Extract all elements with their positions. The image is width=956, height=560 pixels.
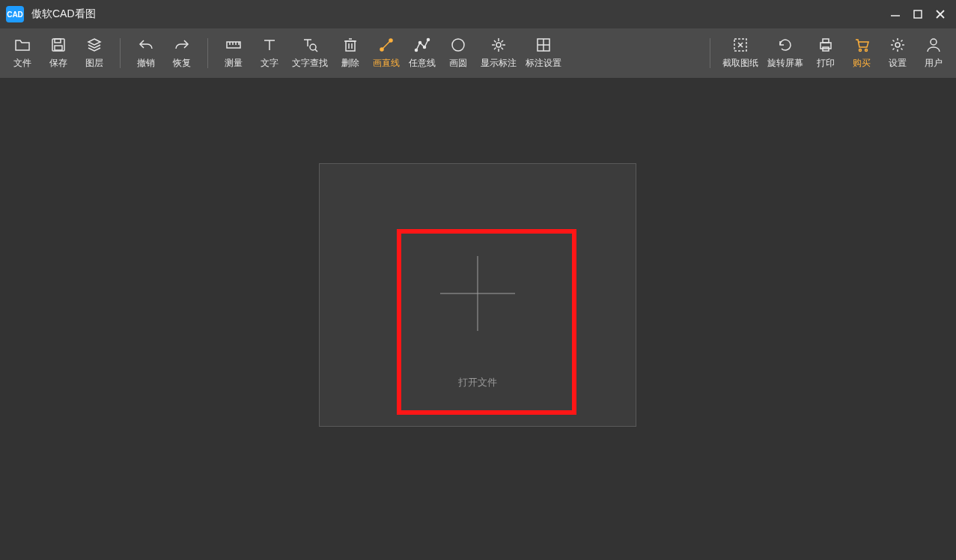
svg-rect-1 [914,10,922,18]
svg-point-29 [427,39,430,41]
tool-label: 删除 [341,57,359,70]
svg-point-28 [424,46,426,49]
gear-icon [889,37,906,53]
user-button[interactable]: 用户 [916,37,952,70]
tool-label: 用户 [925,57,943,70]
save-button[interactable]: 保存 [40,37,76,70]
svg-point-30 [452,39,464,51]
tool-label: 画直线 [373,57,400,70]
tool-label: 测量 [225,57,243,70]
toolbar: 文件保存图层撤销恢复测量文字文字查找删除画直线任意线画圆显示标注标注设置截取图纸… [0,28,956,78]
tool-group: 文件保存图层 [4,37,112,70]
maximize-button[interactable] [911,7,925,21]
layers-icon [86,37,103,53]
print-button[interactable]: 打印 [808,37,844,70]
rotate-button[interactable]: 旋转屏幕 [763,37,808,70]
findtext-icon [302,37,318,53]
svg-rect-45 [823,39,829,43]
save-icon [50,37,67,53]
line-icon [378,37,395,53]
user-icon [925,37,942,53]
app-title: 傲软CAD看图 [31,7,96,21]
tool-group: 测量文字文字查找删除画直线任意线画圆显示标注标注设置 [200,37,566,70]
svg-rect-18 [346,41,355,51]
tool-label: 旋转屏幕 [767,57,803,70]
redo-button[interactable]: 恢复 [164,37,200,70]
undo-icon [138,37,154,53]
close-button[interactable] [934,7,947,21]
cart-icon [853,37,870,53]
tool-label: 文件 [13,57,31,70]
line-button[interactable]: 画直线 [368,37,404,70]
ruler-icon [225,37,242,53]
undo-button[interactable]: 撤销 [128,37,164,70]
circle-button[interactable]: 画圆 [440,37,476,70]
svg-line-17 [315,49,317,52]
tool-label: 文字 [261,57,278,70]
circle-icon [450,37,466,53]
polyline-button[interactable]: 任意线 [404,37,440,70]
title-bar: CAD 傲软CAD看图 [0,0,956,28]
capture-icon [732,37,749,53]
tool-label: 恢复 [173,57,191,70]
text-button[interactable]: 文字 [252,37,287,70]
tool-label: 购买 [853,57,871,70]
tool-label: 截取图纸 [722,57,758,70]
rotate-icon [777,37,794,53]
capture-button[interactable]: 截取图纸 [718,37,763,70]
tool-label: 显示标注 [481,57,517,70]
tool-group: 截取图纸旋转屏幕打印购买设置用户 [702,37,952,70]
tool-label: 文字查找 [292,57,328,70]
tool-label: 标注设置 [526,57,561,70]
svg-rect-44 [820,43,831,49]
delete-button[interactable]: 删除 [332,37,368,70]
tool-label: 撤销 [137,57,155,70]
app-icon: CAD [6,6,24,22]
layer-button[interactable]: 图层 [76,37,112,70]
showmark-icon [490,37,507,53]
svg-point-50 [931,39,937,45]
plus-icon [440,256,515,334]
tool-label: 图层 [85,57,103,70]
svg-point-16 [310,44,316,50]
svg-point-26 [415,49,418,52]
svg-rect-6 [55,46,62,50]
tool-label: 打印 [817,57,835,70]
workspace: 打开文件 [0,78,956,560]
buy-button[interactable]: 购买 [844,37,880,70]
polyline-icon [414,37,430,53]
marksettings-button[interactable]: 标注设置 [521,37,566,70]
svg-rect-5 [55,39,61,43]
svg-point-49 [895,43,900,47]
open-file-panel[interactable]: 打开文件 [319,163,636,427]
tool-label: 保存 [49,57,67,70]
svg-line-36 [494,40,496,43]
folder-icon [14,37,31,53]
text-icon [261,37,278,53]
svg-line-38 [502,40,504,43]
svg-line-39 [494,48,496,50]
settings-button[interactable]: 设置 [880,37,916,70]
window-controls [889,7,947,21]
tool-label: 任意线 [409,57,436,70]
svg-point-27 [419,42,421,44]
findtext-button[interactable]: 文字查找 [287,37,332,70]
tool-label: 画圆 [449,57,467,70]
svg-point-31 [496,43,501,47]
file-button[interactable]: 文件 [4,37,40,70]
marksettings-icon [535,37,552,53]
svg-line-37 [502,48,504,50]
measure-button[interactable]: 测量 [216,37,252,70]
delete-icon [342,37,359,53]
open-file-label: 打开文件 [320,376,636,389]
svg-line-25 [383,41,390,49]
tool-group: 撤销恢复 [112,37,200,70]
showmark-button[interactable]: 显示标注 [476,37,521,70]
tool-label: 设置 [889,57,907,70]
svg-point-47 [859,49,862,52]
print-icon [818,37,834,53]
minimize-button[interactable] [889,7,902,21]
redo-icon [174,37,190,53]
svg-point-48 [865,49,868,52]
